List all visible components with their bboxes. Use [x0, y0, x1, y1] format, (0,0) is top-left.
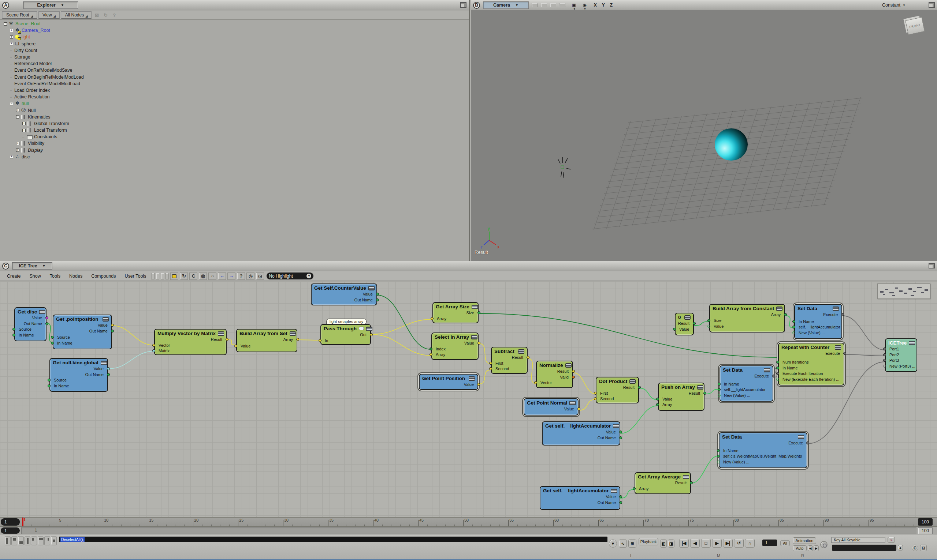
wire[interactable] — [843, 316, 885, 350]
node-pass-through[interactable]: Pass ThroughOutIn — [320, 324, 371, 345]
input-port-value[interactable]: Value — [237, 343, 296, 349]
marked-params-field[interactable] — [832, 545, 896, 551]
node-get-disc[interactable]: Get discValueOut NameSourceIn Name — [14, 307, 46, 341]
range-start-field[interactable]: 1 — [1, 528, 20, 534]
port-dot[interactable] — [690, 482, 693, 484]
menu-compounds[interactable]: Compounds — [87, 274, 120, 279]
first-frame-icon[interactable]: |◀ — [679, 539, 689, 548]
camera-view-tab[interactable]: Camera▼ — [483, 2, 529, 9]
memo-cam-button-2[interactable] — [541, 3, 547, 7]
camera-icon[interactable]: ▣▼ — [572, 3, 577, 8]
node-get-array-size[interactable]: Get Array SizeSizeArray — [432, 302, 479, 323]
viewport-3d-area[interactable]: yxz FRONT Result — [471, 11, 937, 261]
input-port-first[interactable]: First — [596, 391, 638, 397]
output-port-result[interactable]: Result — [676, 321, 693, 327]
input-port-self-lightaccumulator[interactable]: self.__lightAccumulator — [795, 325, 841, 330]
port-dot[interactable] — [707, 325, 710, 328]
port-dot[interactable] — [717, 449, 720, 452]
axis-y-button[interactable]: Y — [602, 3, 605, 8]
port-dot[interactable] — [673, 328, 676, 331]
node-menu-icon[interactable] — [684, 315, 691, 320]
port-dot[interactable] — [370, 333, 373, 336]
output-port-result[interactable]: Result — [155, 337, 226, 343]
node-menu-icon[interactable] — [469, 376, 475, 381]
node-zero[interactable]: 0ResultValue — [675, 313, 694, 335]
tree-item-sphere[interactable]: +❏sphere — [0, 41, 469, 47]
step-back-button[interactable]: ◧ — [660, 540, 667, 548]
maximize-icon[interactable] — [929, 263, 935, 268]
tree-item-scene-root[interactable]: −✻Scene_Root — [0, 20, 469, 27]
port-dot[interactable] — [841, 313, 844, 316]
input-port-port2[interactable]: Port2 — [886, 352, 917, 358]
node-multiply-vector-by-matrix[interactable]: Multiply Vector by MatrixResultVectorMat… — [154, 329, 227, 355]
node-subtract[interactable]: SubtractResultFirstSecond — [491, 347, 528, 374]
navigator-minimap[interactable] — [877, 283, 931, 299]
wire[interactable] — [694, 322, 709, 326]
output-port-array[interactable]: Array — [710, 312, 784, 318]
all-button[interactable]: All — [780, 540, 790, 546]
output-port-execute[interactable]: Execute — [795, 312, 841, 318]
node-get-self-lightaccumulator-2[interactable]: Get self.__lightAccumulatorValueOut Name — [540, 486, 620, 510]
node-menu-icon[interactable] — [471, 335, 477, 340]
timer2-icon[interactable]: ◶ — [256, 272, 264, 280]
node-set-data-top[interactable]: Set DataExecuteIn Nameself.__lightAccumu… — [794, 304, 842, 339]
expand-toggle-icon[interactable]: + — [22, 122, 26, 125]
node-get-self-lightaccumulator[interactable]: Get self.__lightAccumulatorValueOut Name — [542, 422, 620, 446]
lock-icon[interactable] — [170, 272, 178, 280]
layout-preset-button-3[interactable] — [18, 536, 24, 545]
port-dot[interactable] — [526, 356, 529, 359]
node-menu-icon[interactable] — [833, 306, 839, 311]
wire[interactable] — [371, 319, 432, 334]
wire[interactable] — [371, 334, 431, 355]
input-port-value[interactable]: Value — [676, 327, 693, 332]
output-port-execute[interactable]: Execute — [779, 351, 844, 357]
tree-item-display[interactable]: +Display — [0, 147, 469, 154]
wire[interactable] — [691, 456, 719, 483]
port-dot[interactable] — [776, 378, 779, 381]
expand-toggle-icon[interactable]: − — [16, 115, 19, 118]
port-dot[interactable] — [594, 392, 597, 395]
input-port-in-name[interactable]: In Name — [720, 382, 773, 387]
tree-item-referenced-model[interactable]: --Referenced Model — [0, 60, 469, 67]
input-port-in[interactable]: In — [321, 338, 370, 344]
tree-item-active-resolution[interactable]: --Active Resolution — [0, 94, 469, 100]
axis-x-button[interactable]: X — [594, 3, 597, 8]
help-icon[interactable]: ? — [237, 272, 245, 280]
loop-icon[interactable]: ↺ — [734, 539, 744, 548]
wire[interactable] — [639, 388, 658, 400]
add-box-icon[interactable]: ⊞ — [628, 540, 636, 548]
expand-toggle-icon[interactable]: + — [16, 149, 19, 152]
layout-preset-button-6[interactable] — [38, 536, 43, 545]
node-menu-icon[interactable] — [764, 368, 770, 372]
port-dot[interactable] — [111, 324, 114, 327]
output-port-out-name[interactable]: Out Name — [50, 372, 107, 378]
output-port-execute[interactable]: Execute — [720, 374, 773, 379]
port-dot[interactable] — [107, 373, 110, 376]
arrow-right-icon[interactable]: → — [227, 272, 235, 280]
port-dot[interactable] — [883, 365, 886, 368]
layout-preset-button-2[interactable] — [11, 536, 17, 545]
node-menu-icon[interactable] — [366, 327, 372, 331]
tree-item-visibility[interactable]: +Visibility — [0, 140, 469, 147]
expand-toggle-icon[interactable]: + — [10, 29, 13, 32]
port-dot[interactable] — [489, 367, 492, 370]
input-port-in-name[interactable]: In Name — [779, 365, 844, 371]
comment-icon[interactable] — [359, 327, 364, 330]
port-dot[interactable] — [107, 367, 110, 370]
tree-item-kinematics[interactable]: −Kinematics — [0, 114, 469, 120]
tree-item-null[interactable]: +ⓅNull — [0, 107, 469, 113]
play-icon[interactable]: ▶ — [712, 539, 722, 548]
output-port-out-name[interactable]: Out Name — [543, 435, 619, 441]
current-frame-field[interactable]: 1 — [763, 540, 777, 546]
wire[interactable] — [579, 399, 596, 411]
toolbar-button-view[interactable]: View◢ — [39, 11, 60, 18]
expand-toggle-icon[interactable]: − — [10, 102, 13, 105]
output-port-value[interactable]: Value — [432, 340, 478, 346]
node-menu-icon[interactable] — [518, 349, 524, 354]
mute-icon[interactable]: ∩ — [745, 539, 755, 548]
port-dot[interactable] — [619, 501, 622, 504]
lock-icon[interactable]: ⊠ — [93, 12, 100, 18]
maximize-icon[interactable] — [929, 2, 935, 8]
playback-button[interactable]: Playback — [639, 538, 658, 545]
expand-toggle-icon[interactable]: − — [4, 22, 7, 26]
